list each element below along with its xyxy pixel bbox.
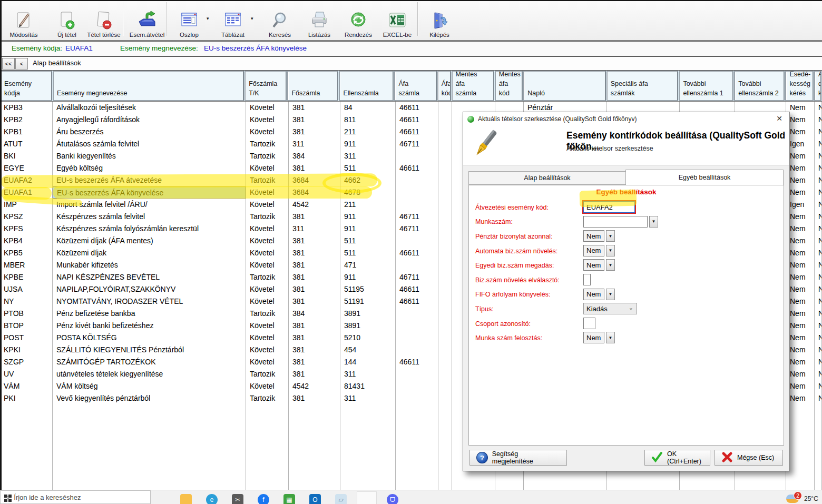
dropdown-button[interactable]: ▼: [606, 332, 615, 343]
column-header-afa2[interactable]: Á d k: [814, 71, 821, 101]
cell-esed[interactable]: Nem: [786, 174, 815, 186]
cell-fo[interactable]: 381: [289, 126, 340, 138]
kilepes-button[interactable]: Kilépés: [423, 2, 456, 39]
close-icon[interactable]: ✕: [774, 114, 785, 124]
cell-afa[interactable]: [396, 344, 438, 356]
cell-nev[interactable]: Áru beszerzés: [53, 126, 246, 138]
cell-afakod[interactable]: [438, 283, 452, 295]
cell-nev[interactable]: POSTA KÖLTSÉG: [53, 332, 246, 344]
discord-icon[interactable]: ᗜ: [387, 494, 398, 504]
column-header-mentes_kod[interactable]: Mentes áfa kód: [495, 71, 523, 101]
cell-kod[interactable]: KPB5: [0, 247, 53, 259]
cell-afakod[interactable]: [438, 174, 452, 186]
cell-kod[interactable]: KPB1: [0, 126, 53, 138]
cell-fo[interactable]: 381: [289, 247, 340, 259]
cell-esed[interactable]: Nem: [786, 344, 815, 356]
cell-fo[interactable]: 381: [289, 102, 340, 114]
cell-nev[interactable]: Közüzemi díjak (ÁFA mentes): [53, 235, 246, 247]
cell-esed[interactable]: Nem: [786, 392, 815, 404]
cell-tk[interactable]: Követel: [246, 380, 289, 392]
cell-afa2[interactable]: Nem: [815, 114, 822, 126]
dropdown-button[interactable]: ▼: [606, 259, 615, 271]
cell-kod[interactable]: BTOP: [0, 320, 53, 332]
cell-kod[interactable]: KPSZ: [0, 211, 53, 223]
notebook-icon[interactable]: ▱: [335, 494, 347, 504]
cell-kod[interactable]: KPB4: [0, 235, 53, 247]
cell-afakod[interactable]: [438, 247, 452, 259]
cell-fo[interactable]: 381: [289, 344, 340, 356]
cell-kod[interactable]: POST: [0, 332, 53, 344]
cell-kod[interactable]: KPKI: [0, 344, 53, 356]
rendezes-button[interactable]: Rendezés: [340, 2, 376, 39]
cell-afakod[interactable]: [438, 235, 452, 247]
cell-nev[interactable]: SZÁLLITÓ KIEGYENLITÉS Pénztárból: [53, 344, 246, 356]
cell-fo[interactable]: 384: [289, 150, 340, 162]
cell-afakod[interactable]: [438, 380, 452, 392]
cell-afa2[interactable]: Nem: [815, 283, 822, 295]
cell-tk[interactable]: Tartozik: [246, 271, 289, 283]
cell-afakod[interactable]: [438, 186, 452, 199]
cell-tk[interactable]: Tartozik: [246, 308, 289, 320]
cell-afakod[interactable]: [438, 223, 452, 235]
cell-afakod[interactable]: [438, 368, 452, 380]
cell-ellen[interactable]: 144: [340, 356, 396, 368]
field-control-combo[interactable]: Nem▼: [583, 245, 615, 256]
cell-afa2[interactable]: Nem: [815, 126, 822, 138]
cell-afa[interactable]: [396, 186, 438, 199]
cell-kod[interactable]: KPB3: [0, 102, 53, 114]
cell-afa[interactable]: [396, 392, 438, 404]
cell-fo[interactable]: 381: [289, 259, 340, 271]
cell-ellen[interactable]: 311: [340, 392, 396, 404]
cell-fo[interactable]: 381: [289, 332, 340, 344]
cell-fo[interactable]: 381: [289, 271, 340, 283]
cell-afa[interactable]: 46711: [396, 223, 438, 235]
column-header-spec[interactable]: Speciális áfa számlák: [606, 71, 679, 101]
cell-ellen[interactable]: 3891: [340, 320, 396, 332]
cell-afa2[interactable]: Nem: [815, 259, 822, 271]
cell-afa[interactable]: 46611: [396, 162, 438, 174]
column-header-tk[interactable]: Főszámla T/K: [244, 71, 287, 101]
cell-kod[interactable]: SZGP: [0, 356, 53, 368]
cell-afakod[interactable]: [438, 138, 452, 150]
field-value[interactable]: Nem: [583, 230, 604, 242]
cell-kod[interactable]: UJSA: [0, 283, 53, 295]
field-value[interactable]: [583, 216, 648, 228]
cell-esed[interactable]: Nem: [786, 235, 815, 247]
field-value[interactable]: Nem: [583, 259, 604, 271]
cell-nev[interactable]: Készpénzes számla folyószámlán keresztül: [53, 223, 246, 235]
cell-afakod[interactable]: [438, 392, 452, 404]
cell-afa[interactable]: 46611: [396, 126, 438, 138]
tab-egyeb-beallitasok[interactable]: Egyéb beállítások: [625, 170, 784, 185]
dropdown-button[interactable]: ▼: [606, 230, 615, 242]
cell-nev[interactable]: Pénz befizetése bankba: [53, 308, 246, 320]
cell-ellen[interactable]: 211: [340, 199, 396, 211]
cell-afa2[interactable]: Nem: [815, 211, 822, 223]
cell-esed[interactable]: Nem: [786, 162, 815, 174]
column-header-tov1[interactable]: További ellenszámla 1: [679, 71, 733, 101]
column-header-fo[interactable]: Főszámla: [287, 71, 338, 101]
field-control-combo[interactable]: Nem▼: [583, 332, 615, 343]
view-tab-title[interactable]: Alap beállítások: [33, 59, 81, 67]
uj-tetel-button[interactable]: Új tétel: [50, 2, 84, 39]
cell-esed[interactable]: Nem: [786, 102, 815, 114]
cell-kod[interactable]: ATUT: [0, 138, 53, 150]
oszlop-dropdown-caret[interactable]: ▾: [207, 16, 209, 21]
dialog-titlebar[interactable]: Aktuális tételsor szerkesztése (QualityS…: [463, 112, 789, 126]
cell-fo[interactable]: 381: [289, 295, 340, 308]
cell-afakod[interactable]: [438, 150, 452, 162]
cell-afa2[interactable]: Nem: [815, 368, 822, 380]
cell-afa[interactable]: [396, 150, 438, 162]
cell-afa[interactable]: [396, 199, 438, 211]
cell-esed[interactable]: Nem: [786, 223, 815, 235]
help-button[interactable]: ? Segítség megjelenítése: [469, 450, 567, 466]
dropdown-button[interactable]: ▼: [649, 216, 658, 228]
cell-nev[interactable]: Pénz kivét banki befizetéshez: [53, 320, 246, 332]
tablazat-dropdown-caret[interactable]: ▾: [251, 16, 253, 21]
field-checkbox[interactable]: [583, 274, 591, 285]
cell-afakod[interactable]: [438, 295, 452, 308]
cell-tk[interactable]: Követel: [246, 283, 289, 295]
cell-afakod[interactable]: [438, 259, 452, 271]
nav-prev-button[interactable]: <: [15, 58, 28, 70]
cell-afa[interactable]: 46611: [396, 102, 438, 114]
cell-esed[interactable]: Nem: [786, 332, 815, 344]
